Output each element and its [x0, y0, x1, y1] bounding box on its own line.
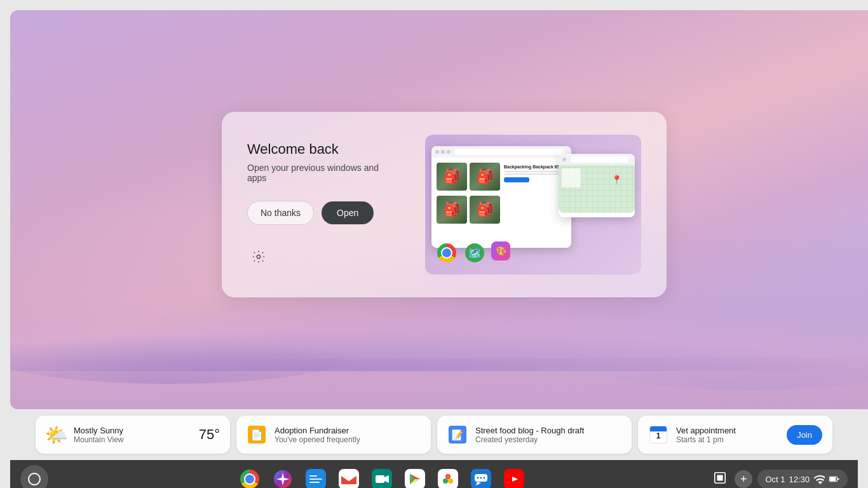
- adoption-sub: You've opened frequently: [275, 435, 421, 444]
- svg-point-21: [480, 477, 482, 479]
- suggestion-card-adoption[interactable]: 📄 Adoption Fundraiser You've opened freq…: [236, 416, 431, 454]
- screen-capture-icon: [713, 471, 727, 485]
- weather-temperature: 75°: [199, 426, 220, 443]
- preview-screenshot-area: Backpacking Backpack 65L: [425, 135, 641, 274]
- launcher-icon: [28, 473, 41, 485]
- weather-text: Mostly Sunny Mountain View: [74, 426, 191, 444]
- product-thumb-4: [470, 196, 500, 224]
- browser-toolbar-2: [559, 154, 635, 165]
- welcome-buttons: No thanks Open: [247, 201, 400, 225]
- preview-chrome-icon: [435, 241, 458, 264]
- product-info: Backpacking Backpack 65L: [503, 163, 566, 191]
- browser-window-1: Backpacking Backpack 65L: [431, 146, 571, 248]
- chat-svg-icon: [471, 469, 491, 488]
- svg-rect-5: [309, 482, 320, 483]
- preview-app-icons: 🗺️ 🎨: [435, 241, 510, 264]
- time-display: 12:30: [789, 475, 810, 484]
- play-svg-icon: [405, 469, 425, 488]
- vet-text: Vet appointment Starts at 1 pm: [676, 426, 774, 444]
- svg-point-16: [447, 475, 449, 478]
- screen-capture-button[interactable]: [710, 468, 729, 489]
- battery-icon: [829, 473, 840, 485]
- launcher-button[interactable]: [20, 465, 48, 488]
- maps-icon-preview: 🗺️: [465, 243, 484, 262]
- svg-point-22: [484, 477, 485, 479]
- docs-blue-badge: 📝: [449, 426, 466, 444]
- suggestion-card-street-food[interactable]: 📝 Street food blog - Rough draft Created…: [437, 416, 632, 454]
- browser-dot: [441, 150, 445, 154]
- wifi-icon: [813, 473, 825, 485]
- docs-yellow-icon: 📄: [247, 424, 267, 445]
- chrome-icon-shelf: [240, 470, 259, 488]
- files-svg-icon: [306, 469, 326, 488]
- shelf-files-icon[interactable]: [302, 465, 330, 488]
- product-title: Backpacking Backpack 65L: [504, 164, 565, 170]
- vet-sub: Starts at 1 pm: [676, 435, 774, 444]
- svg-rect-4: [309, 478, 322, 480]
- gear-button[interactable]: [247, 245, 270, 268]
- docs-blue-icon: 📝: [447, 424, 468, 445]
- shelf-center: [234, 465, 529, 488]
- browser-content-1: Backpacking Backpack 65L: [431, 158, 571, 226]
- shelf-left: [20, 465, 53, 488]
- meet-svg-icon: [372, 469, 392, 488]
- desktop-wallpaper: Welcome back Open your previous windows …: [10, 10, 868, 409]
- cal-header: [650, 426, 667, 431]
- weather-title: Mostly Sunny: [74, 426, 191, 435]
- gear-area: [247, 245, 400, 268]
- shelf-gmail-icon[interactable]: [335, 465, 363, 488]
- welcome-subtitle: Open your previous windows and apps: [247, 163, 400, 183]
- weather-icon: 🌤️: [46, 424, 66, 445]
- welcome-card: Welcome back Open your previous windows …: [222, 112, 667, 297]
- docs-yellow-badge: 📄: [248, 426, 266, 444]
- shelf-chrome-icon[interactable]: [236, 465, 264, 488]
- shelf-chat-icon[interactable]: [467, 465, 495, 488]
- product-thumb-2: [470, 163, 500, 191]
- preview-canvas-icon: 🎨: [491, 241, 510, 261]
- no-thanks-button[interactable]: No thanks: [247, 201, 314, 225]
- preview-maps-icon: 🗺️: [463, 241, 486, 264]
- svg-point-20: [477, 477, 479, 479]
- vet-title: Vet appointment: [676, 426, 774, 435]
- product-thumb-1: [437, 163, 467, 191]
- chrome-icon-preview: [437, 243, 456, 262]
- system-tray[interactable]: Oct 1 12:30: [757, 470, 848, 488]
- date-time-area: Oct 1: [765, 475, 785, 484]
- open-button[interactable]: Open: [322, 201, 374, 224]
- svg-point-15: [443, 478, 448, 484]
- svg-point-14: [448, 478, 453, 484]
- browser-toolbar-1: [431, 146, 571, 158]
- shelf-photos-icon[interactable]: [434, 465, 462, 488]
- browser-window-2: 📍: [559, 154, 635, 217]
- browser-dot: [435, 150, 439, 154]
- shelf-youtube-icon[interactable]: [500, 465, 528, 488]
- product-desc-1: [504, 171, 565, 172]
- shelf-play-icon[interactable]: [401, 465, 429, 488]
- suggestion-row: 🌤️ Mostly Sunny Mountain View 75° 📄 Adop…: [10, 409, 858, 460]
- preview-inner: Backpacking Backpack 65L: [425, 135, 641, 274]
- street-food-text: Street food blog - Rough draft Created y…: [475, 426, 621, 444]
- suggestion-card-weather[interactable]: 🌤️ Mostly Sunny Mountain View 75°: [36, 416, 230, 454]
- browser-urlbar: [455, 149, 565, 155]
- date-display: Oct 1: [765, 475, 785, 484]
- svg-rect-9: [376, 475, 384, 483]
- gmail-svg-icon: [339, 469, 359, 488]
- gemini-svg-icon: [273, 469, 293, 488]
- shelf-right: + Oct 1 12:30: [710, 468, 848, 489]
- map-view: 📍: [559, 165, 635, 213]
- suggestion-card-vet[interactable]: 1 Vet appointment Starts at 1 pm Join: [638, 416, 832, 454]
- svg-rect-3: [309, 475, 317, 477]
- welcome-text-area: Welcome back Open your previous windows …: [247, 141, 400, 268]
- browser-dot: [562, 158, 566, 161]
- adoption-title: Adoption Fundraiser: [275, 426, 421, 435]
- time-area: 12:30: [789, 475, 810, 484]
- product-desc-2: [504, 173, 565, 175]
- welcome-title: Welcome back: [247, 141, 400, 158]
- add-button[interactable]: +: [735, 470, 752, 488]
- shelf-meet-icon[interactable]: [368, 465, 396, 488]
- cal-day: 1: [656, 432, 661, 440]
- svg-rect-30: [830, 477, 836, 481]
- weather-location: Mountain View: [74, 435, 191, 444]
- join-button[interactable]: Join: [787, 425, 822, 445]
- shelf-gemini-icon[interactable]: [269, 465, 297, 488]
